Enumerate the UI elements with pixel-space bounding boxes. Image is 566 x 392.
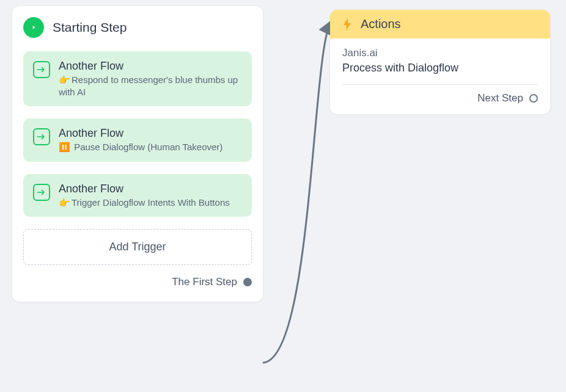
flow-item[interactable]: Another Flow 👉Respond to messenger's blu… bbox=[23, 51, 252, 106]
starting-step-header: Starting Step bbox=[23, 17, 252, 38]
connector-dot-open-icon[interactable] bbox=[529, 94, 538, 103]
actions-provider: Janis.ai bbox=[342, 47, 538, 59]
actions-description: Process with Dialogflow bbox=[342, 62, 538, 74]
flow-arrow-icon bbox=[33, 61, 50, 78]
starting-step-card[interactable]: Starting Step Another Flow 👉Respond to m… bbox=[12, 6, 263, 302]
divider bbox=[342, 84, 538, 85]
flow-item[interactable]: Another Flow ⏸️ Pause Dialogflow (Human … bbox=[23, 118, 252, 162]
flow-title: Another Flow bbox=[59, 127, 242, 140]
play-icon bbox=[23, 17, 44, 38]
flow-title: Another Flow bbox=[59, 60, 242, 73]
actions-header: Actions bbox=[330, 10, 550, 38]
first-step-connector[interactable]: The First Step bbox=[23, 276, 252, 288]
pointing-right-icon: 👉 bbox=[59, 74, 70, 85]
actions-title: Actions bbox=[361, 17, 401, 31]
add-trigger-button[interactable]: Add Trigger bbox=[23, 229, 252, 265]
flow-subtitle: 👉Respond to messenger's blue thumbs up w… bbox=[59, 74, 242, 98]
bolt-icon bbox=[341, 18, 353, 31]
connector-dot-filled-icon[interactable] bbox=[243, 278, 252, 286]
flow-title: Another Flow bbox=[59, 183, 242, 195]
pause-icon: ⏸️ bbox=[59, 142, 70, 152]
flow-arrow-icon bbox=[33, 184, 50, 201]
flow-item[interactable]: Another Flow 👉Trigger Dialogflow Intents… bbox=[23, 174, 252, 217]
starting-step-title: Starting Step bbox=[53, 20, 127, 35]
pointing-right-icon: 👉 bbox=[59, 197, 70, 208]
actions-card[interactable]: Actions Janis.ai Process with Dialogflow… bbox=[330, 10, 550, 114]
flow-subtitle: ⏸️ Pause Dialogflow (Human Takeover) bbox=[59, 141, 242, 153]
next-step-connector[interactable]: Next Step bbox=[342, 92, 538, 104]
flow-subtitle: 👉Trigger Dialogflow Intents With Buttons bbox=[59, 197, 242, 209]
first-step-label: The First Step bbox=[172, 276, 237, 288]
next-step-label: Next Step bbox=[477, 92, 523, 104]
flow-arrow-icon bbox=[33, 128, 50, 145]
